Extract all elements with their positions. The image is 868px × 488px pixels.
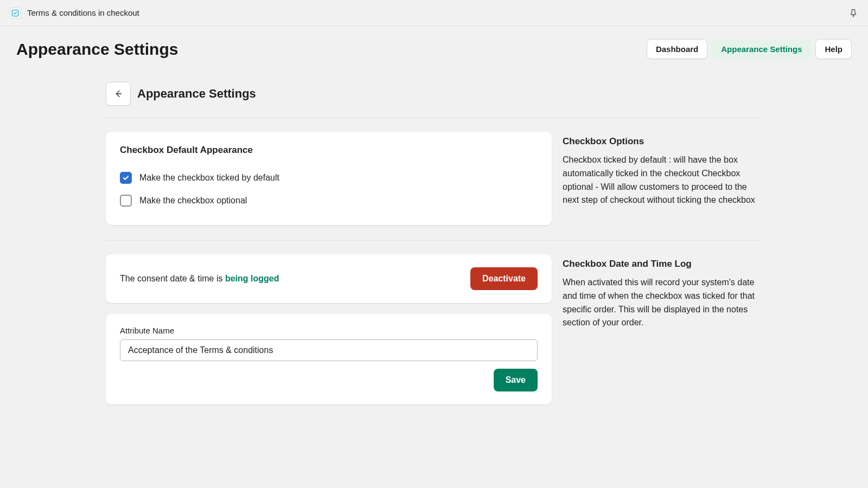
attribute-name-label: Attribute Name — [120, 326, 538, 335]
consent-status: being logged — [225, 274, 279, 283]
consent-status-card: The consent date & time is being logged … — [106, 254, 552, 303]
save-button[interactable]: Save — [494, 369, 538, 391]
consent-prefix: The consent date & time is — [120, 274, 225, 283]
nav-buttons: Dashboard Appearance Settings Help — [647, 39, 852, 59]
checkbox-optional-row[interactable]: Make the checkbox optional — [120, 189, 538, 212]
checkbox-options-title: Checkbox Options — [563, 136, 762, 147]
attribute-name-input[interactable] — [120, 339, 538, 361]
datetime-log-row: The consent date & time is being logged … — [106, 254, 762, 404]
checkbox-ticked-default-label: Make the checkbox ticked by default — [139, 173, 279, 183]
consent-text: The consent date & time is being logged — [120, 274, 279, 284]
checkbox-ticked-default-row[interactable]: Make the checkbox ticked by default — [120, 166, 538, 189]
checkbox-optional[interactable] — [120, 195, 132, 207]
back-button[interactable] — [106, 82, 131, 106]
app-icon — [10, 8, 21, 18]
checkbox-ticked-default[interactable] — [120, 172, 132, 184]
arrow-left-icon — [113, 89, 123, 99]
deactivate-button[interactable]: Deactivate — [470, 267, 538, 290]
checkbox-card-title: Checkbox Default Appearance — [120, 145, 538, 156]
attribute-name-card: Attribute Name Save — [106, 314, 552, 404]
svg-rect-0 — [12, 10, 18, 16]
check-icon — [122, 174, 130, 182]
topbar-left: Terms & conditions in checkout — [10, 8, 139, 18]
page-title: Appearance Settings — [16, 40, 178, 59]
checkbox-appearance-row: Checkbox Default Appearance Make the che… — [106, 132, 762, 225]
checkbox-options-side: Checkbox Options Checkbox ticked by defa… — [563, 132, 762, 225]
nav-help[interactable]: Help — [815, 39, 852, 59]
card-actions: Save — [120, 369, 538, 391]
divider — [106, 240, 762, 241]
section-header: Appearance Settings — [106, 82, 762, 118]
datetime-log-text: When activated this will record your sys… — [563, 276, 762, 330]
checkbox-appearance-card: Checkbox Default Appearance Make the che… — [106, 132, 552, 225]
checkbox-app-icon — [11, 9, 19, 17]
topbar: Terms & conditions in checkout — [0, 0, 868, 26]
nav-dashboard[interactable]: Dashboard — [647, 39, 707, 59]
left-cards: The consent date & time is being logged … — [106, 254, 552, 404]
main: Appearance Settings Checkbox Default App… — [106, 66, 762, 404]
section-title: Appearance Settings — [137, 87, 256, 101]
page-header: Appearance Settings Dashboard Appearance… — [0, 26, 868, 66]
app-title: Terms & conditions in checkout — [27, 8, 139, 17]
checkbox-options-text: Checkbox ticked by default : will have t… — [563, 153, 762, 207]
nav-appearance-settings[interactable]: Appearance Settings — [712, 39, 811, 59]
datetime-log-title: Checkbox Date and Time Log — [563, 259, 762, 269]
datetime-log-side: Checkbox Date and Time Log When activate… — [563, 254, 762, 404]
pin-icon[interactable] — [848, 8, 858, 18]
checkbox-optional-label: Make the checkbox optional — [139, 196, 247, 206]
